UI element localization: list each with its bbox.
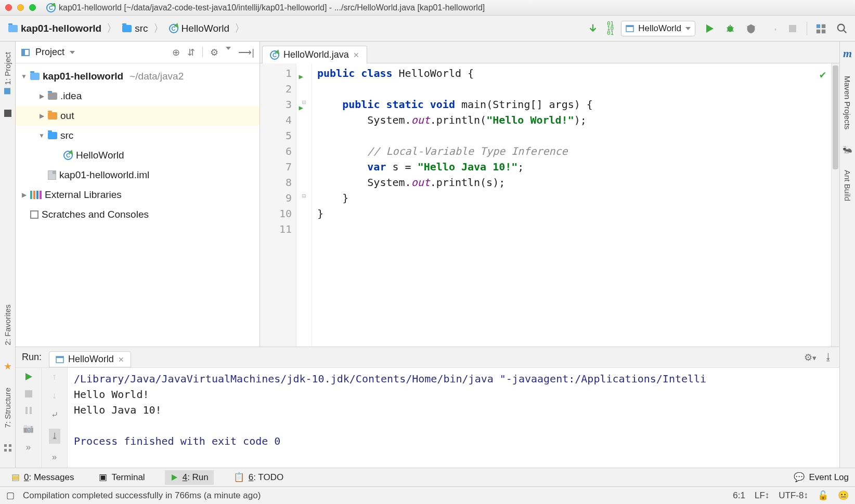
settings-gear-icon[interactable]: ⚙ — [210, 47, 218, 58]
coverage-button[interactable] — [744, 22, 758, 35]
close-tab-icon[interactable]: ✕ — [118, 355, 124, 364]
maven-tool-tab[interactable]: Maven Projects — [842, 71, 853, 135]
svg-rect-6 — [822, 24, 825, 28]
run-tool-window: Run: HelloWorld ✕ ⚙▾ ⭳ 📷 » — [16, 347, 839, 468]
search-everywhere-button[interactable] — [835, 22, 849, 35]
stop-button[interactable] — [24, 390, 33, 398]
dropdown-icon[interactable] — [226, 47, 231, 50]
project-tool-tab[interactable]: 1: Project — [2, 47, 13, 99]
main-area: 1: Project 2: Favorites ★ 7: Structure P… — [0, 42, 855, 468]
pause-button[interactable] — [24, 406, 33, 415]
up-button[interactable]: ↑ — [52, 372, 57, 382]
editor-scrollbar[interactable] — [831, 63, 839, 347]
zoom-window-button[interactable] — [29, 4, 36, 11]
console-output[interactable]: /Library/Java/JavaVirtualMachines/jdk-10… — [68, 368, 839, 468]
tree-item-label: External Libraries — [45, 189, 122, 201]
module-folder-icon — [8, 25, 18, 32]
status-icon[interactable]: ▢ — [6, 490, 15, 501]
messages-tab[interactable]: ▤ 0: Messages — [6, 470, 79, 485]
terminal-icon: ▣ — [99, 472, 107, 483]
run-gutter-icon[interactable]: ▶ — [299, 69, 303, 84]
hide-panel-button[interactable]: ⟶| — [238, 47, 254, 58]
more-icon[interactable]: » — [26, 442, 31, 453]
svg-rect-19 — [25, 407, 28, 414]
editor-body[interactable]: 1▶ 2 3▶ 4 5 6 7 8 9 10 11 ⊟ — [260, 63, 839, 347]
scroll-to-end-button[interactable]: ⤓ — [49, 429, 60, 444]
breadcrumb-root[interactable]: kap01-helloworld — [6, 22, 103, 35]
stop-button[interactable] — [786, 22, 799, 35]
iml-file-icon — [48, 170, 56, 180]
scroll-from-source-button[interactable]: ⇵ — [187, 47, 195, 58]
collapse-all-button[interactable]: ⊕ — [172, 47, 180, 58]
dump-threads-button[interactable]: 📷 — [23, 423, 34, 434]
inspection-ok-icon[interactable]: ✔ — [820, 67, 826, 82]
breadcrumb-file[interactable]: C HelloWorld — [167, 22, 232, 35]
speech-bubble-icon: 💬 — [794, 472, 805, 483]
breadcrumb-src[interactable]: src — [120, 22, 150, 35]
minimize-window-button[interactable] — [17, 4, 24, 11]
build-button[interactable] — [586, 22, 600, 35]
close-window-button[interactable] — [5, 4, 12, 11]
bookmark-icon[interactable] — [4, 110, 11, 117]
tree-item-label: kap01-helloworld.iml — [59, 169, 149, 181]
toolbar-buttons: 011001 HelloWorld — [586, 21, 849, 36]
project-tab-label: 1: Project — [3, 52, 12, 85]
tree-idea[interactable]: ▶ .idea — [16, 86, 260, 106]
close-tab-icon[interactable]: ✕ — [353, 51, 359, 59]
more-icon[interactable]: » — [52, 452, 57, 462]
project-structure-button[interactable] — [814, 22, 828, 35]
svg-point-9 — [838, 24, 845, 31]
svg-rect-5 — [817, 24, 820, 28]
ant-tool-tab[interactable]: Ant Build — [842, 165, 853, 206]
soft-wrap-button[interactable]: ⤶ — [51, 409, 58, 420]
profile-button[interactable] — [765, 22, 779, 35]
svg-rect-20 — [30, 407, 32, 414]
caret-position[interactable]: 6:1 — [733, 490, 745, 501]
inspector-icon[interactable]: 😐 — [838, 490, 849, 501]
run-controls-right: ↑ ↓ ⤶ ⤓ » — [42, 368, 68, 468]
run-button[interactable] — [703, 22, 716, 35]
tree-scratches[interactable]: Scratches and Consoles — [16, 205, 260, 224]
run-gutter-icon[interactable]: ▶ — [299, 100, 303, 115]
dropdown-icon[interactable] — [70, 51, 75, 54]
terminal-tab[interactable]: ▣ Terminal — [94, 470, 150, 485]
down-button[interactable]: ↓ — [52, 391, 57, 401]
tree-root[interactable]: ▼ kap01-helloworld ~/data/java2 — [16, 67, 260, 86]
project-panel: Project ⊕ ⇵ ⚙ ⟶| ▼ kap01-he — [16, 42, 260, 347]
run-tab[interactable]: 4: Run — [165, 470, 214, 485]
debug-button[interactable] — [723, 22, 737, 35]
rerun-button[interactable] — [24, 372, 33, 381]
editor-tab-helloworld[interactable]: C HelloWorld.java ✕ — [262, 46, 367, 63]
java-class-icon: C — [46, 3, 56, 12]
todo-tab[interactable]: 📋 6: TODO — [228, 470, 289, 485]
tree-external-libs[interactable]: ▶ External Libraries — [16, 185, 260, 205]
event-log-tab[interactable]: Event Log — [809, 472, 849, 483]
tree-src[interactable]: ▼ src — [16, 126, 260, 145]
structure-tool-tab[interactable]: 7: Structure — [2, 382, 13, 433]
tree-helloworld[interactable]: C HelloWorld — [16, 145, 260, 165]
window-controls — [5, 4, 36, 11]
run-configuration-selector[interactable]: HelloWorld — [621, 21, 695, 36]
line-separator[interactable]: LF↕ — [755, 490, 769, 501]
ant-tab-label: Ant Build — [843, 170, 852, 201]
line-number-gutter[interactable]: 1▶ 2 3▶ 4 5 6 7 8 9 10 11 — [260, 63, 296, 347]
code-area[interactable]: ✔ public class HelloWorld { public stati… — [312, 63, 831, 347]
export-icon[interactable]: ⭳ — [824, 352, 833, 363]
java-class-icon: C — [63, 151, 73, 160]
tree-out[interactable]: ▶ out — [16, 106, 260, 126]
svg-rect-13 — [9, 449, 11, 452]
tree-iml[interactable]: kap01-helloworld.iml — [16, 165, 260, 185]
run-tab[interactable]: HelloWorld ✕ — [49, 351, 131, 367]
breadcrumb-file-label: HelloWorld — [182, 23, 230, 34]
settings-gear-icon[interactable]: ⚙▾ — [804, 352, 817, 363]
titlebar: C kap01-helloworld [~/data/java2-code-te… — [0, 0, 855, 16]
file-encoding[interactable]: UTF-8↕ — [779, 490, 808, 501]
structure-icon — [4, 444, 12, 452]
svg-rect-4 — [789, 25, 796, 32]
source-folder-icon — [48, 132, 57, 139]
favorites-tool-tab[interactable]: 2: Favorites — [2, 299, 13, 350]
lock-icon[interactable]: 🔓 — [818, 490, 828, 501]
project-panel-title[interactable]: Project — [35, 47, 64, 58]
tree-item-label: HelloWorld — [76, 150, 124, 161]
run-controls-left: 📷 » — [16, 368, 42, 468]
